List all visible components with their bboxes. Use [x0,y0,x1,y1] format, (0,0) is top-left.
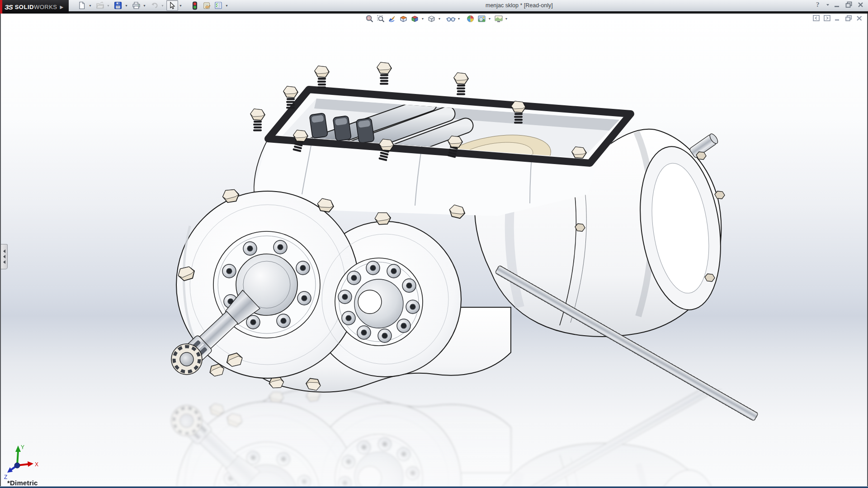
hide-show-items-dropdown[interactable]: ▼ [457,17,461,20]
zoom-to-fit-button[interactable] [364,14,375,23]
rebuild-button[interactable] [189,0,201,11]
gearbox-3d-model[interactable] [1,14,867,486]
view-settings-button[interactable] [493,14,504,23]
logo-red-accent [0,0,2,14]
pane-left-icon[interactable] [813,15,820,21]
options-checklist-icon [214,1,222,9]
triad-x-label: X [35,461,38,468]
view-settings-dropdown[interactable]: ▼ [504,17,509,20]
select-button[interactable] [166,0,178,11]
new-document-icon [78,1,86,9]
help-icon[interactable]: ? [815,1,822,8]
eyeglasses-icon [446,14,456,23]
undo-dropdown[interactable]: ▼ [160,0,165,10]
display-style-cube-icon [427,14,436,23]
options-dropdown[interactable]: ▼ [224,0,229,10]
triad-y-label: Y [21,444,24,450]
file-properties-icon [203,1,211,9]
minimize-document-icon[interactable] [835,15,841,21]
view-settings-icon [494,14,503,23]
minimize-icon[interactable] [834,1,841,8]
print-dropdown[interactable]: ▼ [142,0,147,10]
left-arrow-icon [3,260,5,264]
previous-view-icon [388,14,396,23]
open-folder-icon [96,1,104,9]
appearance-ball-icon [466,14,475,23]
view-orientation-button[interactable] [409,14,420,23]
brand-name-solid: SOLID [15,4,34,10]
zoom-to-fit-icon [365,14,374,23]
section-view-icon [399,14,408,23]
help-dropdown-icon[interactable] [826,1,830,8]
window-controls: ? [815,1,864,8]
menu-strip [0,11,868,14]
heads-up-view-toolbar: ▼ ▼ ▼ [364,14,509,23]
restore-icon[interactable] [845,1,853,8]
document-title: menjac sklop * [Read-only] [486,2,553,9]
save-floppy-icon [114,1,122,9]
close-icon[interactable] [857,1,864,8]
section-view-button[interactable] [398,14,409,23]
solidworks-logo: ЗS SOLIDWORKS ▶ [0,0,69,14]
select-cursor-icon [169,2,176,9]
previous-view-button[interactable] [387,14,398,23]
standard-toolbar: ▼ ▼ ▼ ▼ ▼ ▼ [76,0,231,11]
zoom-to-area-icon [377,14,385,23]
brand-name-works: WORKS [34,4,57,10]
solidworks-logo-mark: ЗS [5,3,13,11]
zoom-to-area-button[interactable] [375,14,387,23]
print-button[interactable] [130,0,142,11]
menu-flyout-arrow[interactable]: ▶ [60,5,64,9]
close-document-icon[interactable] [856,15,863,21]
left-arrow-icon [3,255,5,258]
hide-show-items-button[interactable] [445,14,457,23]
apply-scene-icon [477,14,486,23]
feature-tree-collapsed-tab[interactable] [1,244,8,269]
options-button[interactable] [212,0,224,11]
view-orientation-label: *Dimetric [7,479,38,486]
open-button[interactable] [94,0,106,11]
traffic-light-icon [192,1,198,10]
printer-icon [132,1,141,9]
undo-arrow-icon [150,1,159,9]
select-dropdown[interactable]: ▼ [178,0,183,10]
window-border-left [0,14,1,486]
document-window-controls [813,15,863,21]
file-properties-button[interactable] [201,0,212,11]
view-orientation-dropdown[interactable]: ▼ [420,17,425,20]
svg-text:?: ? [816,1,820,8]
save-dropdown[interactable]: ▼ [124,0,129,10]
display-style-dropdown[interactable]: ▼ [437,17,442,20]
view-orientation-cube-icon [410,14,419,23]
left-arrow-icon [3,249,5,253]
restore-document-icon[interactable] [845,15,852,21]
save-button[interactable] [112,0,124,11]
display-style-button[interactable] [426,14,437,23]
graphics-viewport[interactable]: ▼ ▼ ▼ [1,14,867,486]
edit-appearance-button[interactable] [465,14,476,23]
new-document-button[interactable] [76,0,88,11]
pane-right-icon[interactable] [824,15,830,21]
undo-button[interactable] [148,0,160,11]
apply-scene-dropdown[interactable]: ▼ [487,17,492,20]
new-document-dropdown[interactable]: ▼ [88,0,93,10]
apply-scene-button[interactable] [476,14,487,23]
open-dropdown[interactable]: ▼ [106,0,111,10]
